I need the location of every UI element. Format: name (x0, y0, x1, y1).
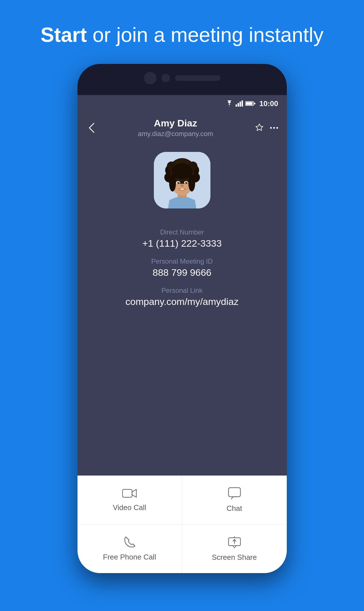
svg-rect-6 (254, 103, 255, 104)
screen-share-icon (228, 536, 241, 548)
phone-call-label: Free Phone Call (103, 553, 156, 561)
svg-point-30 (180, 184, 184, 187)
personal-link-value: company.com/my/amydiaz (89, 296, 275, 307)
svg-rect-3 (242, 100, 243, 107)
avatar-section (77, 146, 287, 220)
meeting-id-item: Personal Meeting ID 888 799 9666 (89, 257, 275, 278)
favorite-button[interactable] (255, 123, 264, 133)
action-grid: Video Call Chat Free (77, 476, 287, 573)
avatar-image (154, 152, 210, 208)
chat-button[interactable]: Chat (182, 476, 287, 524)
battery-icon (245, 101, 255, 106)
back-button[interactable] (86, 121, 97, 135)
svg-rect-1 (238, 103, 239, 107)
phone-device: 10:00 Amy Diaz amy.diaz@company.com (77, 64, 287, 573)
chat-label: Chat (227, 504, 242, 513)
direct-number-item: Direct Number +1 (111) 222-3333 (89, 228, 275, 249)
svg-rect-33 (122, 489, 132, 497)
meeting-id-value: 888 799 9666 (89, 267, 275, 278)
video-call-icon (122, 488, 137, 499)
contact-info: Direct Number +1 (111) 222-3333 Personal… (77, 220, 287, 476)
svg-rect-5 (246, 102, 253, 105)
svg-point-31 (169, 175, 176, 192)
screen-share-button[interactable]: Screen Share (182, 524, 287, 573)
status-bar: 10:00 (77, 95, 287, 112)
svg-point-8 (273, 127, 275, 129)
svg-point-29 (186, 182, 187, 183)
hero-title: Start or join a meeting instantly (40, 23, 323, 47)
svg-rect-0 (236, 104, 237, 107)
personal-link-item: Personal Link company.com/my/amydiaz (89, 287, 275, 307)
screen-share-label: Screen Share (212, 553, 257, 562)
status-icons: 10:00 (225, 99, 278, 108)
status-time: 10:00 (259, 99, 278, 108)
personal-link-label: Personal Link (89, 287, 275, 294)
svg-rect-34 (229, 488, 240, 497)
svg-point-32 (188, 175, 195, 192)
direct-number-label: Direct Number (89, 228, 275, 236)
front-camera-secondary (161, 74, 170, 82)
svg-point-28 (178, 182, 179, 183)
more-options-button[interactable] (270, 127, 278, 129)
meeting-id-label: Personal Meeting ID (89, 257, 275, 265)
front-camera-main (144, 72, 156, 84)
direct-number-value: +1 (111) 222-3333 (89, 238, 275, 249)
phone-call-button[interactable]: Free Phone Call (77, 524, 182, 573)
video-call-button[interactable]: Video Call (77, 476, 182, 524)
phone-speaker (175, 75, 220, 81)
svg-rect-2 (240, 102, 241, 107)
phone-call-icon (124, 536, 135, 548)
svg-point-7 (270, 127, 272, 129)
contact-name-area: Amy Diaz amy.diaz@company.com (97, 118, 255, 138)
contact-header: Amy Diaz amy.diaz@company.com (77, 112, 287, 146)
video-call-label: Video Call (113, 503, 146, 512)
svg-point-9 (276, 127, 278, 129)
chat-icon (228, 487, 241, 500)
wifi-icon (225, 100, 233, 107)
contact-name: Amy Diaz (97, 118, 255, 129)
avatar (154, 152, 210, 208)
header-actions (255, 123, 278, 133)
hero-title-bold: Start (40, 23, 87, 46)
signal-icon (236, 100, 243, 107)
phone-screen: 10:00 Amy Diaz amy.diaz@company.com (77, 95, 287, 573)
hero-title-rest: or join a meeting instantly (87, 23, 323, 46)
phone-top-hardware (144, 72, 220, 84)
contact-email: amy.diaz@company.com (97, 130, 255, 138)
